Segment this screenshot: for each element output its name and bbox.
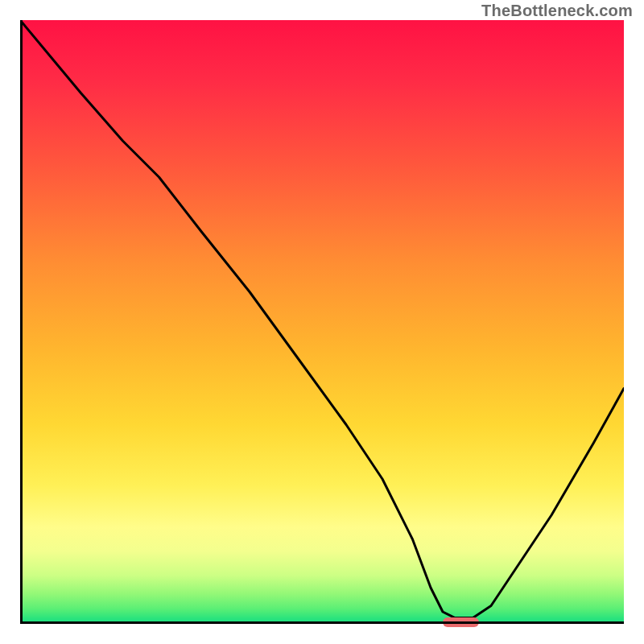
bottleneck-curve <box>20 20 624 624</box>
attribution-text: TheBottleneck.com <box>481 2 633 20</box>
optimal-range-marker <box>443 617 479 627</box>
plot-area <box>20 20 624 624</box>
bottleneck-curve-path <box>20 20 624 618</box>
chart-container: TheBottleneck.com <box>0 0 644 644</box>
